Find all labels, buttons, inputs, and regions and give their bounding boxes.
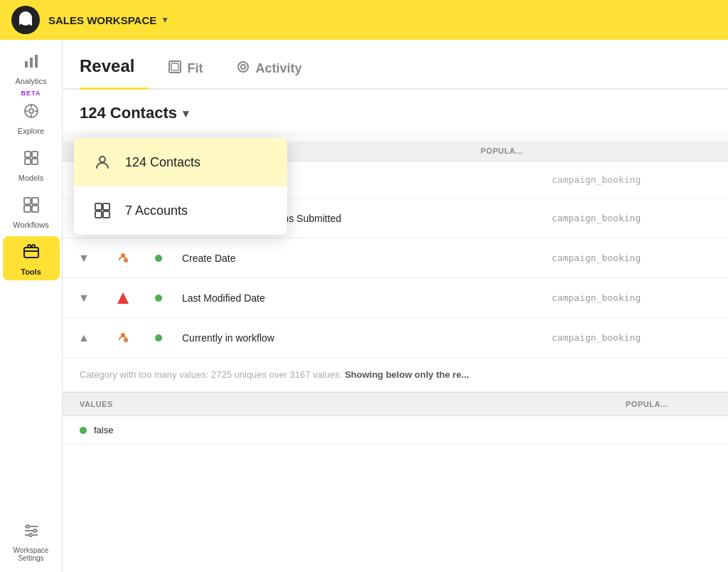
svg-rect-22 [24, 248, 38, 258]
svg-point-27 [26, 525, 29, 528]
app-logo [11, 6, 40, 34]
svg-point-29 [29, 534, 32, 536]
svg-rect-15 [32, 152, 38, 157]
row-chevron-5[interactable]: ▲ [63, 332, 105, 344]
svg-point-3 [23, 17, 24, 18]
dropdown-item-accounts[interactable]: 7 Accounts [74, 186, 287, 235]
sidebar-item-models-label: Models [18, 174, 43, 182]
row-property-2: campaign_booking [543, 213, 728, 223]
row-dot-5 [141, 334, 176, 341]
svg-rect-38 [103, 211, 109, 218]
row-icon-hubspot-3 [105, 250, 141, 266]
sidebar-item-workflows-label: Workflows [13, 221, 49, 229]
values-dot [80, 427, 87, 434]
models-icon [23, 149, 40, 171]
row-property-0: campaign_booking [543, 174, 728, 185]
main-layout: Analytics BETA Explore Models Workflo [0, 40, 728, 572]
main-content: Reveal Fit Activity 124 Contacts [63, 40, 728, 572]
row-chevron-4[interactable]: ▼ [63, 292, 105, 304]
dropdown-menu: 124 Contacts 7 Accounts [74, 138, 287, 235]
accounts-icon [91, 199, 114, 222]
svg-rect-18 [24, 198, 31, 204]
content-area: 124 Contacts ▾ 124 Contacts [63, 90, 728, 572]
sidebar-item-workspace-settings[interactable]: Workspace Settings [3, 515, 60, 566]
dropdown-accounts-label: 7 Accounts [125, 203, 188, 218]
svg-rect-37 [95, 211, 102, 218]
top-bar: SALES WORKSPACE ▼ [0, 0, 728, 40]
svg-rect-6 [30, 58, 33, 68]
dropdown-trigger-label: 124 Contacts [80, 104, 177, 122]
sidebar-item-workspace-settings-label: Workspace Settings [6, 546, 57, 562]
beta-badge: BETA [21, 90, 41, 97]
tab-reveal-label: Reveal [80, 56, 134, 76]
sidebar-item-explore-label: Explore [18, 127, 44, 135]
svg-rect-7 [35, 55, 38, 68]
sidebar-item-analytics[interactable]: Analytics [3, 46, 60, 90]
explore-icon [23, 102, 40, 124]
dropdown-contacts-label: 124 Contacts [125, 155, 200, 170]
category-message: Category with too many values: 2725 uniq… [63, 358, 728, 392]
tools-icon [23, 243, 40, 265]
fit-icon [168, 60, 181, 76]
svg-point-42 [124, 258, 128, 263]
svg-marker-43 [117, 292, 129, 304]
sidebar-item-tools-label: Tools [21, 268, 41, 276]
table-row: ▼ Last Modified Date campaign_booking [63, 278, 728, 318]
row-dot-3 [141, 255, 176, 262]
activity-icon [237, 60, 250, 76]
dropdown-item-contacts[interactable]: 124 Contacts [74, 138, 287, 186]
contacts-icon [91, 151, 114, 174]
row-name-4: Last Modified Date [176, 292, 543, 304]
values-row: false [63, 416, 728, 445]
row-name-5: Currently in workflow [176, 332, 543, 344]
svg-point-33 [241, 65, 245, 69]
tabs-bar: Reveal Fit Activity [63, 40, 728, 90]
svg-rect-31 [171, 63, 178, 70]
sidebar: Analytics BETA Explore Models Workflo [0, 40, 63, 572]
svg-rect-20 [24, 206, 31, 212]
svg-point-34 [100, 157, 105, 162]
svg-rect-36 [103, 203, 109, 210]
svg-rect-5 [25, 61, 28, 68]
tab-fit[interactable]: Fit [154, 51, 217, 90]
workspace-settings-icon [23, 522, 40, 544]
th-popula: POPULA... [472, 147, 657, 155]
table-row: ▲ Currently in workflow campaign_booking [63, 318, 728, 358]
contacts-dropdown-button[interactable]: 124 Contacts ▾ [80, 104, 188, 122]
values-false-label: false [94, 425, 113, 435]
svg-point-28 [33, 529, 36, 532]
svg-point-32 [238, 62, 248, 72]
tab-reveal[interactable]: Reveal [80, 46, 149, 90]
row-property-3: campaign_booking [543, 253, 728, 263]
row-dot-4 [141, 295, 176, 302]
values-header: VALUES POPULA... [63, 392, 728, 416]
sidebar-item-analytics-label: Analytics [15, 77, 46, 85]
svg-point-4 [28, 17, 29, 18]
sidebar-item-workflows[interactable]: Workflows [3, 189, 60, 233]
tab-fit-label: Fit [187, 61, 203, 76]
values-th: VALUES [80, 400, 626, 408]
svg-point-45 [124, 338, 128, 342]
sidebar-item-tools[interactable]: Tools [3, 236, 60, 280]
svg-rect-16 [25, 159, 31, 164]
row-property-5: campaign_booking [543, 332, 728, 343]
tab-activity-label: Activity [255, 61, 301, 76]
workflows-icon [23, 196, 40, 218]
svg-rect-14 [25, 152, 31, 157]
tab-activity[interactable]: Activity [223, 51, 316, 90]
popula-th: POPULA... [626, 400, 711, 408]
analytics-icon [23, 53, 40, 74]
row-chevron-3[interactable]: ▼ [63, 252, 105, 265]
table-row: ▼ Create Date campaign_booking [63, 238, 728, 278]
sidebar-item-explore[interactable]: Explore [3, 98, 60, 139]
dropdown-trigger-area: 124 Contacts ▾ 124 Contacts [63, 90, 728, 131]
th-extra [657, 147, 728, 155]
sidebar-item-models[interactable]: Models [3, 142, 60, 186]
workspace-name[interactable]: SALES WORKSPACE ▼ [48, 14, 169, 26]
row-name-3: Create Date [176, 253, 543, 264]
row-property-4: campaign_booking [543, 292, 728, 303]
svg-rect-19 [32, 198, 38, 204]
dropdown-arrow-icon: ▾ [183, 107, 188, 120]
workspace-label: SALES WORKSPACE [48, 14, 156, 26]
svg-rect-35 [95, 203, 102, 210]
